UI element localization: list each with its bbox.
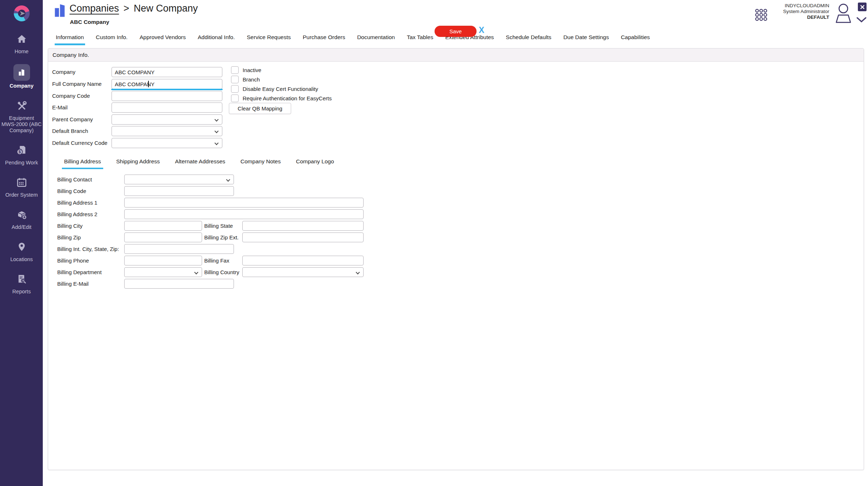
field-label: Billing Department bbox=[57, 267, 102, 277]
email-input[interactable] bbox=[112, 102, 222, 113]
branch-checkbox[interactable] bbox=[231, 76, 239, 83]
parent-company-select[interactable] bbox=[112, 114, 222, 125]
field-label: Billing Zip bbox=[57, 232, 81, 242]
tab-approved-vendors[interactable]: Approved Vendors bbox=[138, 34, 187, 45]
field-label: Billing Address 1 bbox=[57, 198, 97, 208]
sidebar-item-pending-work[interactable]: $ Pending Work bbox=[0, 143, 43, 166]
sidebar-item-order-system[interactable]: Order System bbox=[0, 175, 43, 198]
chevron-down-icon bbox=[214, 117, 218, 121]
billing-city-input[interactable] bbox=[124, 221, 202, 231]
user-avatar-icon[interactable] bbox=[833, 2, 854, 25]
chevron-down-icon bbox=[214, 129, 218, 133]
sidebar-item-locations[interactable]: Locations bbox=[0, 240, 43, 263]
billing-address2-input[interactable] bbox=[124, 209, 364, 219]
breadcrumb-companies-link[interactable]: Companies bbox=[70, 3, 119, 14]
tab-capabilities[interactable]: Capabilities bbox=[620, 34, 651, 45]
chevron-down-icon bbox=[214, 141, 218, 145]
cetec-logo-icon bbox=[13, 4, 31, 22]
field-label: Company bbox=[52, 67, 75, 77]
full-company-name-field bbox=[112, 79, 222, 89]
user-info: INDYCLOUDADMIN System Administrator DEFA… bbox=[750, 3, 829, 20]
subtab-company-notes[interactable]: Company Notes bbox=[238, 158, 283, 169]
sidebar-item-label: Home bbox=[1, 49, 42, 55]
subtab-shipping-address[interactable]: Shipping Address bbox=[114, 158, 162, 169]
sidebar-item-home[interactable]: Home bbox=[0, 32, 43, 55]
home-icon bbox=[16, 34, 28, 45]
user-menu-chevron-icon[interactable] bbox=[856, 17, 867, 23]
user-name: INDYCLOUDADMIN bbox=[750, 3, 829, 9]
checkbox-label: Inactive bbox=[243, 66, 261, 74]
field-label: Billing Fax bbox=[204, 256, 229, 265]
user-role: System Administrator bbox=[750, 9, 829, 14]
field-label: Billing E-Mail bbox=[57, 279, 89, 289]
sidebar-item-company[interactable]: Company bbox=[0, 64, 43, 89]
require-auth-easycerts-checkbox[interactable] bbox=[231, 95, 239, 102]
close-icon bbox=[860, 5, 865, 9]
billing-zip-ext-input[interactable] bbox=[242, 232, 364, 242]
tab-schedule-defaults[interactable]: Schedule Defaults bbox=[505, 34, 553, 45]
field-label: Full Company Name bbox=[52, 79, 102, 89]
billing-phone-input[interactable] bbox=[124, 256, 202, 265]
clear-qb-mapping-button[interactable]: Clear QB Mapping bbox=[229, 103, 291, 114]
sidebar-item-label: Add/Edit bbox=[1, 224, 42, 230]
subtab-alternate-addresses[interactable]: Alternate Addresses bbox=[173, 158, 227, 169]
company-info-panel: Company Info. Company Full Company Name … bbox=[48, 48, 864, 470]
breadcrumb-separator: > bbox=[123, 3, 129, 14]
checkbox-label: Require Authentication for EasyCerts bbox=[243, 95, 332, 102]
sidebar-item-equipment[interactable]: Equipment MWS-2000 (ABC Company) bbox=[0, 99, 43, 134]
company-code-input[interactable] bbox=[112, 91, 222, 101]
field-label: Parent Company bbox=[52, 114, 93, 125]
field-label: Billing State bbox=[204, 221, 233, 231]
billing-code-input[interactable] bbox=[124, 186, 234, 196]
company-input[interactable] bbox=[112, 67, 222, 77]
svg-text:$: $ bbox=[18, 150, 21, 154]
billing-zip-input[interactable] bbox=[124, 232, 202, 242]
tab-tax-tables[interactable]: Tax Tables bbox=[406, 34, 434, 45]
billing-contact-select[interactable] bbox=[124, 175, 234, 184]
breadcrumb: Companies > New Company bbox=[70, 3, 198, 14]
save-button[interactable]: Save bbox=[435, 26, 476, 37]
billing-address1-input[interactable] bbox=[124, 198, 364, 208]
tab-additional-info[interactable]: Additional Info. bbox=[197, 34, 236, 45]
company-icon bbox=[17, 68, 26, 77]
field-label: Billing Phone bbox=[57, 256, 89, 265]
billing-state-input[interactable] bbox=[242, 221, 364, 231]
subtab-company-logo[interactable]: Company Logo bbox=[294, 158, 336, 169]
tab-documentation[interactable]: Documentation bbox=[356, 34, 396, 45]
close-window-button[interactable] bbox=[858, 3, 867, 11]
add-edit-icon bbox=[16, 209, 28, 221]
billing-int-city-state-zip-input[interactable] bbox=[124, 244, 234, 254]
billing-country-select[interactable] bbox=[242, 267, 364, 277]
checkbox-label: Branch bbox=[243, 76, 260, 83]
tab-service-requests[interactable]: Service Requests bbox=[246, 34, 292, 45]
disable-easy-cert-checkbox[interactable] bbox=[231, 85, 239, 93]
company-tabbar: Information Custom Info. Approved Vendor… bbox=[55, 34, 651, 45]
inactive-checkbox[interactable] bbox=[231, 66, 239, 74]
sidebar-item-reports[interactable]: Reports bbox=[0, 272, 43, 295]
field-label: Billing City bbox=[57, 221, 83, 231]
section-title: Company Info. bbox=[48, 49, 864, 62]
sidebar: Home Company Equipment MWS-2000 (ABC Com… bbox=[0, 0, 43, 486]
subtab-billing-address[interactable]: Billing Address bbox=[62, 158, 103, 169]
field-label: Billing Contact bbox=[57, 175, 92, 184]
tab-purchase-orders[interactable]: Purchase Orders bbox=[302, 34, 346, 45]
tab-due-date-settings[interactable]: Due Date Settings bbox=[562, 34, 610, 45]
field-label: Billing Address 2 bbox=[57, 209, 97, 219]
full-company-name-input[interactable] bbox=[112, 79, 222, 89]
locations-icon bbox=[16, 241, 27, 253]
sidebar-item-add-edit[interactable]: Add/Edit bbox=[0, 208, 43, 230]
page-subtitle: ABC Company bbox=[70, 19, 109, 25]
field-label: Default Currency Code bbox=[52, 138, 108, 148]
tab-custom-info[interactable]: Custom Info. bbox=[95, 34, 129, 45]
app-logo bbox=[0, 0, 43, 22]
sidebar-item-label: Company bbox=[1, 83, 42, 89]
billing-fax-input[interactable] bbox=[242, 256, 364, 265]
default-currency-code-select[interactable] bbox=[112, 138, 222, 148]
billing-department-select[interactable] bbox=[124, 267, 202, 277]
billing-email-input[interactable] bbox=[124, 279, 234, 289]
cancel-x-button[interactable]: X bbox=[479, 25, 484, 35]
default-branch-select[interactable] bbox=[112, 126, 222, 136]
tab-information[interactable]: Information bbox=[55, 34, 85, 45]
field-label: E-Mail bbox=[52, 102, 68, 113]
field-label: Company Code bbox=[52, 91, 90, 101]
